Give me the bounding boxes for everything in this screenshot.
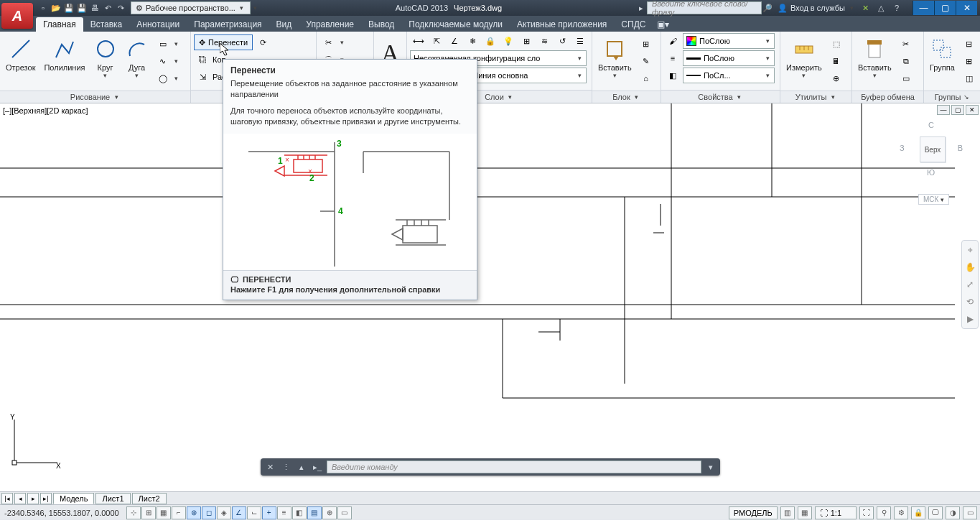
anno-scale[interactable]: ⛶ 1:1 xyxy=(815,506,857,519)
circle-button[interactable]: Круг ▾ xyxy=(91,33,120,89)
plot-icon[interactable]: 🖶 xyxy=(89,2,101,14)
am-icon[interactable]: ▭ xyxy=(337,506,352,519)
panel-props-title[interactable]: Свойства▾ xyxy=(661,90,780,103)
qp-icon[interactable]: ▤ xyxy=(307,506,322,519)
cmd-handle-icon[interactable]: ⋮ xyxy=(279,460,292,473)
tab-output[interactable]: Вывод xyxy=(361,17,401,32)
command-input[interactable]: Введите команду xyxy=(327,460,701,473)
copy-icon[interactable]: ⿻ xyxy=(194,52,211,68)
dim-angular-icon[interactable]: ∠ xyxy=(446,33,463,49)
viewcube-wcs[interactable]: МСК ▾ xyxy=(918,194,949,205)
cmd-close-icon[interactable]: ✕ xyxy=(263,460,276,473)
group-edit-icon[interactable]: ⊞ xyxy=(961,53,978,69)
matchprop-icon[interactable]: 🖌 xyxy=(664,33,681,49)
line-button[interactable]: Отрезок xyxy=(3,33,38,89)
dim-linear-icon[interactable]: ⟷ xyxy=(410,33,427,49)
group-button[interactable]: Группа xyxy=(927,33,958,89)
quickview-layouts-icon[interactable]: ▥ xyxy=(780,506,795,519)
id-icon[interactable]: ⊕ xyxy=(828,70,845,86)
linetype-combo[interactable]: ПоСл... ▾ xyxy=(683,68,775,83)
infocenter-icon[interactable]: 🔎 xyxy=(762,2,773,14)
zoom-extents-icon[interactable]: ⤢ xyxy=(963,278,976,291)
toolbar-lock-icon[interactable]: 🔒 xyxy=(911,506,925,519)
panel-draw-title[interactable]: Рисование▾ xyxy=(0,91,190,103)
ellipse-dd[interactable]: ▾ xyxy=(173,70,180,86)
spline-dd[interactable]: ▾ xyxy=(173,53,180,69)
panel-utils-title[interactable]: Утилиты▾ xyxy=(780,91,851,103)
paste-button[interactable]: Вставить ▾ xyxy=(855,33,895,89)
polar-icon[interactable]: ⊛ xyxy=(187,506,201,519)
tab-sheet2[interactable]: Лист2 xyxy=(132,493,167,504)
cmd-recent-icon[interactable]: ▴ xyxy=(295,460,308,473)
dim-aligned-icon[interactable]: ⇱ xyxy=(428,33,445,49)
select-all-icon[interactable]: ⬚ xyxy=(828,36,845,52)
viewcube-w[interactable]: З xyxy=(900,144,905,152)
command-line[interactable]: ✕ ⋮ ▴ ▸_ Введите команду ▾ xyxy=(261,458,720,476)
measure-button[interactable]: Измерить ▾ xyxy=(783,33,825,89)
ribbon-minimize-icon[interactable]: ▣▾ xyxy=(653,17,673,32)
group-select-icon[interactable]: ◫ xyxy=(961,70,978,86)
list-icon[interactable]: ≡ xyxy=(664,50,681,66)
lwt-icon[interactable]: ≡ xyxy=(277,506,291,519)
transparency-icon[interactable]: ◧ xyxy=(664,68,681,83)
qat-dropdown[interactable]: ▾ xyxy=(252,2,259,14)
insert-block-button[interactable]: Вставить ▾ xyxy=(595,33,635,89)
quickcalc-icon[interactable]: 🖩 xyxy=(828,53,845,69)
tab-parametric[interactable]: Параметризация xyxy=(187,17,269,32)
showmotion-icon[interactable]: ▶ xyxy=(963,313,976,325)
isolate-icon[interactable]: ◑ xyxy=(946,506,960,519)
search-arrow-icon[interactable]: ▸ xyxy=(635,2,647,14)
color-combo[interactable]: ПоСлою ▾ xyxy=(683,33,775,49)
dyn-icon[interactable]: + xyxy=(262,506,276,519)
rectangle-icon[interactable]: ▭ xyxy=(154,36,172,52)
polyline-button[interactable]: Полилиния xyxy=(41,33,88,89)
new-icon[interactable]: ▫ xyxy=(37,2,49,14)
layer-freeze-icon[interactable]: ❄ xyxy=(464,33,481,49)
viewcube-n[interactable]: С xyxy=(928,121,934,129)
tab-active-apps[interactable]: Активные приложения xyxy=(510,17,614,32)
undo-icon[interactable]: ↶ xyxy=(102,2,113,14)
edit-block-icon[interactable]: ✎ xyxy=(638,53,655,69)
layer-lock-icon[interactable]: 🔒 xyxy=(482,33,499,49)
drawing-canvas[interactable]: [–][Верхняя][2D каркас] — ▢ ✕ Y xyxy=(0,103,980,491)
osnap-icon[interactable]: ◻ xyxy=(202,506,216,519)
spline-icon[interactable]: ∿ xyxy=(154,53,172,69)
grid-icon[interactable]: ▦ xyxy=(157,506,171,519)
viewcube-e[interactable]: В xyxy=(958,144,963,152)
pan-icon[interactable]: ✋ xyxy=(963,261,976,274)
lineweight-combo[interactable]: ПоСлою ▾ xyxy=(683,50,775,66)
tab-insert[interactable]: Вставка xyxy=(83,17,130,32)
layout-first[interactable]: |◂ xyxy=(1,493,13,504)
workspace-switcher[interactable]: ⚙ Рабочее пространство... ▾ xyxy=(131,1,251,14)
sc-icon[interactable]: ⊕ xyxy=(322,506,337,519)
layout-next[interactable]: ▸ xyxy=(27,493,39,504)
otrack-icon[interactable]: ∠ xyxy=(232,506,246,519)
layout-last[interactable]: ▸| xyxy=(40,493,52,504)
ungroup-icon[interactable]: ⊟ xyxy=(961,36,978,52)
rectangle-dd[interactable]: ▾ xyxy=(173,36,180,52)
layer-off-icon[interactable]: 💡 xyxy=(500,33,517,49)
open-icon[interactable]: 📂 xyxy=(50,2,62,14)
hardware-accel-icon[interactable]: 🖵 xyxy=(928,506,943,519)
viewcube-face[interactable]: Верх xyxy=(920,136,946,162)
anno-vis-icon[interactable]: ⛶ xyxy=(859,506,874,519)
panel-block-title[interactable]: Блок▾ xyxy=(592,91,661,103)
workspace-icon[interactable]: ⚙ xyxy=(894,506,908,519)
minimize-button[interactable]: — xyxy=(913,1,934,15)
pasteblock-icon[interactable]: ▭ xyxy=(897,70,915,86)
tab-view[interactable]: Вид xyxy=(269,17,299,32)
layer-match-icon[interactable]: ≋ xyxy=(536,33,553,49)
tab-home[interactable]: Главная xyxy=(36,17,83,32)
attrib-icon[interactable]: ⌂ xyxy=(638,70,655,86)
maximize-button[interactable]: ▢ xyxy=(934,1,956,15)
3dosnap-icon[interactable]: ◈ xyxy=(217,506,231,519)
snap-icon[interactable]: ⊞ xyxy=(141,506,156,519)
layer-iso-icon[interactable]: ⊞ xyxy=(518,33,535,49)
saveas-icon[interactable]: 💾 xyxy=(76,2,88,14)
ellipse-icon[interactable]: ◯ xyxy=(154,70,172,86)
tab-annotate[interactable]: Аннотации xyxy=(129,17,187,32)
stretch-icon[interactable]: ⇲ xyxy=(194,69,211,85)
anno-auto-icon[interactable]: ⚲ xyxy=(877,506,891,519)
close-button[interactable]: ✕ xyxy=(956,1,977,15)
rotate-icon[interactable]: ⟳ xyxy=(254,34,271,50)
